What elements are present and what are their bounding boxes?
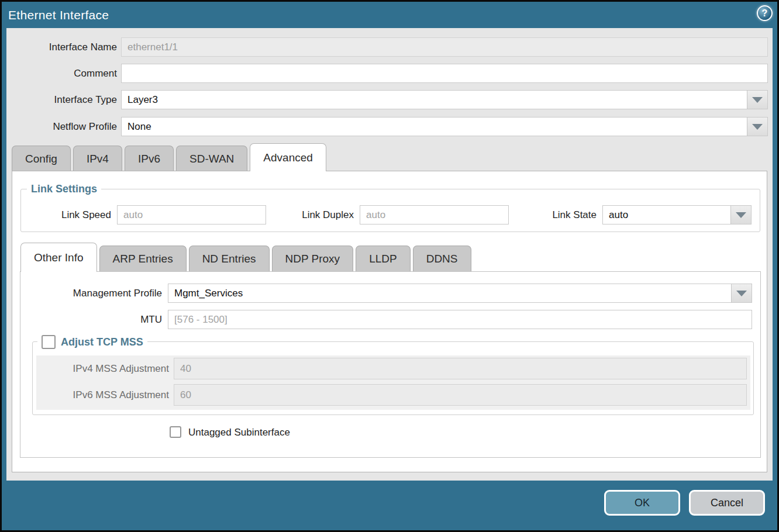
ipv6-mss-label: IPv6 MSS Adjustment: [58, 384, 169, 406]
link-duplex-field[interactable]: [360, 205, 509, 224]
sub-tabs: Other Info ARP Entries ND Entries NDP Pr…: [20, 243, 471, 271]
tab-sd-wan[interactable]: SD-WAN: [176, 146, 247, 171]
adjust-tcp-mss-checkbox[interactable]: [42, 335, 56, 349]
link-speed-label: Link Speed: [23, 205, 111, 224]
mtu-field[interactable]: [168, 310, 752, 329]
subtab-arp-entries[interactable]: ARP Entries: [99, 246, 187, 271]
ipv4-mss-label: IPv4 MSS Adjustment: [58, 358, 169, 379]
link-speed-field[interactable]: [117, 205, 266, 224]
tab-config[interactable]: Config: [12, 146, 71, 171]
interface-type-value: Layer3: [127, 91, 158, 109]
cancel-button[interactable]: Cancel: [689, 490, 765, 516]
chevron-down-icon[interactable]: [730, 206, 751, 224]
tab-advanced[interactable]: Advanced: [250, 143, 326, 171]
netflow-profile-label: Netflow Profile: [0, 117, 117, 136]
netflow-profile-value: None: [127, 118, 151, 136]
interface-name-label: Interface Name: [0, 37, 117, 57]
dialog-title: Ethernet Interface: [8, 2, 109, 28]
ok-button[interactable]: OK: [604, 490, 680, 516]
interface-type-dropdown[interactable]: Layer3: [121, 90, 768, 109]
chevron-down-icon[interactable]: [747, 118, 767, 136]
subtab-lldp[interactable]: LLDP: [356, 246, 411, 271]
ipv6-mss-field: [174, 384, 747, 406]
management-profile-label: Management Profile: [47, 284, 162, 303]
subtab-nd-entries[interactable]: ND Entries: [189, 246, 270, 271]
subtab-ddns[interactable]: DDNS: [413, 246, 471, 271]
link-state-label: Link State: [509, 205, 597, 224]
link-state-dropdown[interactable]: auto: [602, 205, 752, 224]
interface-type-label: Interface Type: [0, 90, 117, 109]
chevron-down-icon[interactable]: [731, 284, 752, 302]
ethernet-interface-dialog: Ethernet Interface ? Interface Name Comm…: [0, 0, 779, 532]
comment-label: Comment: [0, 64, 117, 83]
subtab-other-info[interactable]: Other Info: [20, 243, 97, 272]
chevron-down-icon[interactable]: [747, 91, 767, 109]
link-settings-legend: Link Settings: [27, 182, 101, 196]
comment-field[interactable]: [121, 64, 768, 83]
management-profile-dropdown[interactable]: Mgmt_Services: [168, 284, 752, 303]
netflow-profile-dropdown[interactable]: None: [121, 117, 768, 136]
interface-name-field: [121, 37, 768, 57]
help-icon[interactable]: ?: [757, 5, 773, 21]
management-profile-value: Mgmt_Services: [174, 284, 243, 302]
link-duplex-label: Link Duplex: [266, 205, 354, 224]
adjust-tcp-mss-legend-text: Adjust TCP MSS: [61, 336, 143, 349]
untagged-subinterface-label: Untagged Subinterface: [188, 426, 290, 439]
ipv4-mss-field: [174, 358, 747, 379]
main-tabs: Config IPv4 IPv6 SD-WAN Advanced: [12, 143, 326, 171]
adjust-tcp-mss-legend: Adjust TCP MSS: [37, 335, 147, 349]
link-state-value: auto: [609, 206, 628, 224]
tab-ipv6[interactable]: IPv6: [125, 146, 174, 171]
mtu-label: MTU: [47, 310, 162, 329]
tab-ipv4[interactable]: IPv4: [73, 146, 122, 171]
subtab-ndp-proxy[interactable]: NDP Proxy: [272, 246, 354, 271]
untagged-subinterface-checkbox[interactable]: [170, 426, 181, 438]
